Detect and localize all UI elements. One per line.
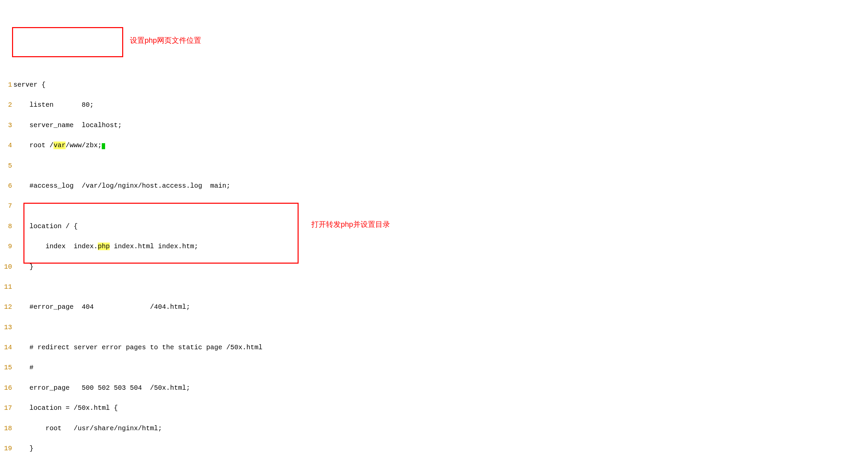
line-number: 13	[0, 324, 13, 331]
code-text[interactable]: root /usr/share/nginx/html;	[13, 425, 162, 432]
code-text[interactable]: listen 80;	[13, 102, 94, 108]
line-number: 2	[0, 102, 13, 108]
code-text[interactable]: index index.php index.html index.htm;	[13, 243, 198, 250]
code-line: 9 index index.php index.html index.htm;	[0, 243, 868, 250]
line-number: 15	[0, 364, 13, 371]
code-line: 18 root /usr/share/nginx/html;	[0, 425, 868, 432]
code-line: 16 error_page 500 502 503 504 /50x.html;	[0, 385, 868, 391]
line-number: 9	[0, 243, 13, 250]
code-text[interactable]: location / {	[13, 223, 78, 230]
code-line: 19 }	[0, 445, 868, 452]
code-line: 5	[0, 163, 868, 169]
code-line: 13	[0, 324, 868, 331]
code-line: 7	[0, 203, 868, 209]
annotation-text-1: 设置php网页文件位置	[130, 37, 201, 44]
line-number: 8	[0, 223, 13, 230]
code-line: 11	[0, 284, 868, 290]
line-number: 1	[0, 81, 13, 88]
code-line: 2 listen 80;	[0, 102, 868, 108]
line-number: 6	[0, 183, 13, 189]
line-number: 12	[0, 304, 13, 310]
annotation-text-2: 打开转发php并设置目录	[311, 221, 390, 228]
code-line: 3 server_name localhost;	[0, 122, 868, 129]
line-number: 11	[0, 284, 13, 290]
line-number: 5	[0, 163, 13, 169]
code-text[interactable]: error_page 500 502 503 504 /50x.html;	[13, 385, 190, 391]
code-text[interactable]: server {	[13, 81, 45, 88]
highlight-php: php	[98, 242, 110, 250]
line-number: 3	[0, 122, 13, 129]
line-number: 18	[0, 425, 13, 432]
code-text[interactable]: }	[13, 445, 33, 452]
annotation-box-fastcgi	[24, 203, 299, 264]
line-number: 17	[0, 405, 13, 411]
code-text[interactable]: location = /50x.html {	[13, 405, 118, 411]
code-text[interactable]: #error_page 404 /404.html;	[13, 304, 190, 310]
code-text[interactable]: server_name localhost;	[13, 122, 122, 129]
code-line: 17 location = /50x.html {	[0, 405, 868, 411]
code-text[interactable]: #access_log /var/log/nginx/host.access.l…	[13, 183, 230, 189]
cursor	[102, 143, 105, 149]
line-number: 19	[0, 445, 13, 452]
code-line: 4 root /var/www/zbx;	[0, 142, 868, 149]
code-line: 6 #access_log /var/log/nginx/host.access…	[0, 183, 868, 189]
vim-editor[interactable]: 设置php网页文件位置 打开转发php并设置目录 1server { 2 lis…	[0, 27, 868, 462]
line-number: 16	[0, 385, 13, 391]
code-text[interactable]: }	[13, 264, 33, 270]
highlight-var: var	[54, 141, 66, 149]
line-number: 7	[0, 203, 13, 209]
code-text[interactable]: root /var/www/zbx;	[13, 142, 105, 149]
code-line: 15 #	[0, 364, 868, 371]
code-line: 1server {	[0, 81, 868, 88]
line-number: 14	[0, 344, 13, 351]
code-line: 8 location / {	[0, 223, 868, 230]
line-number: 10	[0, 264, 13, 270]
code-line: 14 # redirect server error pages to the …	[0, 344, 868, 351]
code-line: 10 }	[0, 264, 868, 270]
annotation-box-server-root	[12, 27, 123, 57]
code-line: 12 #error_page 404 /404.html;	[0, 304, 868, 310]
line-number: 4	[0, 142, 13, 149]
code-text[interactable]: #	[13, 364, 33, 371]
code-text[interactable]: # redirect server error pages to the sta…	[13, 344, 262, 351]
